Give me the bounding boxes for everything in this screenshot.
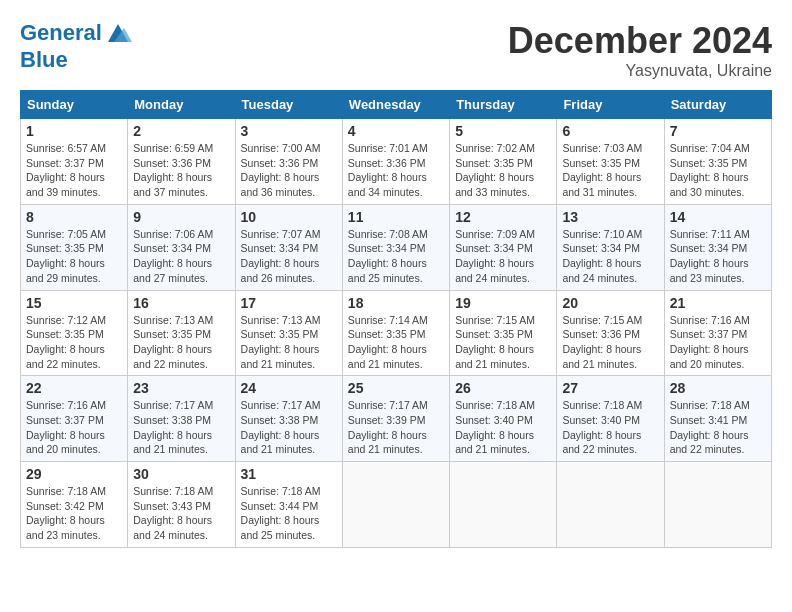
- day-detail: Sunrise: 7:04 AMSunset: 3:35 PMDaylight:…: [670, 141, 766, 200]
- day-number: 2: [133, 123, 229, 139]
- page-header: General Blue December 2024 Yasynuvata, U…: [20, 20, 772, 80]
- day-number: 26: [455, 380, 551, 396]
- day-number: 22: [26, 380, 122, 396]
- calendar-cell: 24Sunrise: 7:17 AMSunset: 3:38 PMDayligh…: [235, 376, 342, 462]
- calendar-cell: 31Sunrise: 7:18 AMSunset: 3:44 PMDayligh…: [235, 462, 342, 548]
- day-detail: Sunrise: 6:59 AMSunset: 3:36 PMDaylight:…: [133, 141, 229, 200]
- calendar-cell: [450, 462, 557, 548]
- day-detail: Sunrise: 7:18 AMSunset: 3:41 PMDaylight:…: [670, 398, 766, 457]
- day-detail: Sunrise: 7:05 AMSunset: 3:35 PMDaylight:…: [26, 227, 122, 286]
- day-number: 1: [26, 123, 122, 139]
- calendar-cell: 16Sunrise: 7:13 AMSunset: 3:35 PMDayligh…: [128, 290, 235, 376]
- weekday-header-wednesday: Wednesday: [342, 91, 449, 119]
- day-detail: Sunrise: 7:18 AMSunset: 3:40 PMDaylight:…: [562, 398, 658, 457]
- day-number: 20: [562, 295, 658, 311]
- calendar-cell: 25Sunrise: 7:17 AMSunset: 3:39 PMDayligh…: [342, 376, 449, 462]
- day-detail: Sunrise: 7:18 AMSunset: 3:42 PMDaylight:…: [26, 484, 122, 543]
- day-number: 25: [348, 380, 444, 396]
- calendar-cell: 6Sunrise: 7:03 AMSunset: 3:35 PMDaylight…: [557, 119, 664, 205]
- day-detail: Sunrise: 7:16 AMSunset: 3:37 PMDaylight:…: [26, 398, 122, 457]
- calendar-cell: 27Sunrise: 7:18 AMSunset: 3:40 PMDayligh…: [557, 376, 664, 462]
- calendar-cell: 18Sunrise: 7:14 AMSunset: 3:35 PMDayligh…: [342, 290, 449, 376]
- day-number: 13: [562, 209, 658, 225]
- day-detail: Sunrise: 7:15 AMSunset: 3:35 PMDaylight:…: [455, 313, 551, 372]
- month-title: December 2024: [508, 20, 772, 62]
- day-detail: Sunrise: 7:17 AMSunset: 3:38 PMDaylight:…: [133, 398, 229, 457]
- day-number: 8: [26, 209, 122, 225]
- calendar-cell: 13Sunrise: 7:10 AMSunset: 3:34 PMDayligh…: [557, 204, 664, 290]
- calendar-cell: 15Sunrise: 7:12 AMSunset: 3:35 PMDayligh…: [21, 290, 128, 376]
- weekday-header-friday: Friday: [557, 91, 664, 119]
- day-number: 27: [562, 380, 658, 396]
- day-number: 7: [670, 123, 766, 139]
- day-number: 19: [455, 295, 551, 311]
- day-detail: Sunrise: 7:09 AMSunset: 3:34 PMDaylight:…: [455, 227, 551, 286]
- day-detail: Sunrise: 7:18 AMSunset: 3:43 PMDaylight:…: [133, 484, 229, 543]
- day-number: 12: [455, 209, 551, 225]
- calendar-cell: 17Sunrise: 7:13 AMSunset: 3:35 PMDayligh…: [235, 290, 342, 376]
- calendar-cell: 10Sunrise: 7:07 AMSunset: 3:34 PMDayligh…: [235, 204, 342, 290]
- day-detail: Sunrise: 7:18 AMSunset: 3:44 PMDaylight:…: [241, 484, 337, 543]
- calendar-table: SundayMondayTuesdayWednesdayThursdayFrid…: [20, 90, 772, 548]
- day-number: 4: [348, 123, 444, 139]
- day-detail: Sunrise: 7:11 AMSunset: 3:34 PMDaylight:…: [670, 227, 766, 286]
- day-number: 28: [670, 380, 766, 396]
- day-number: 10: [241, 209, 337, 225]
- calendar-cell: 20Sunrise: 7:15 AMSunset: 3:36 PMDayligh…: [557, 290, 664, 376]
- day-detail: Sunrise: 7:16 AMSunset: 3:37 PMDaylight:…: [670, 313, 766, 372]
- day-detail: Sunrise: 7:17 AMSunset: 3:38 PMDaylight:…: [241, 398, 337, 457]
- calendar-cell: 30Sunrise: 7:18 AMSunset: 3:43 PMDayligh…: [128, 462, 235, 548]
- calendar-cell: [664, 462, 771, 548]
- day-number: 18: [348, 295, 444, 311]
- day-detail: Sunrise: 7:15 AMSunset: 3:36 PMDaylight:…: [562, 313, 658, 372]
- day-number: 30: [133, 466, 229, 482]
- weekday-header-sunday: Sunday: [21, 91, 128, 119]
- day-number: 5: [455, 123, 551, 139]
- location: Yasynuvata, Ukraine: [508, 62, 772, 80]
- day-number: 14: [670, 209, 766, 225]
- day-detail: Sunrise: 7:02 AMSunset: 3:35 PMDaylight:…: [455, 141, 551, 200]
- day-detail: Sunrise: 7:14 AMSunset: 3:35 PMDaylight:…: [348, 313, 444, 372]
- title-block: December 2024 Yasynuvata, Ukraine: [508, 20, 772, 80]
- calendar-cell: 19Sunrise: 7:15 AMSunset: 3:35 PMDayligh…: [450, 290, 557, 376]
- calendar-cell: 3Sunrise: 7:00 AMSunset: 3:36 PMDaylight…: [235, 119, 342, 205]
- day-detail: Sunrise: 7:10 AMSunset: 3:34 PMDaylight:…: [562, 227, 658, 286]
- calendar-cell: 7Sunrise: 7:04 AMSunset: 3:35 PMDaylight…: [664, 119, 771, 205]
- day-number: 17: [241, 295, 337, 311]
- day-detail: Sunrise: 7:13 AMSunset: 3:35 PMDaylight:…: [133, 313, 229, 372]
- day-detail: Sunrise: 7:13 AMSunset: 3:35 PMDaylight:…: [241, 313, 337, 372]
- calendar-cell: 14Sunrise: 7:11 AMSunset: 3:34 PMDayligh…: [664, 204, 771, 290]
- day-number: 9: [133, 209, 229, 225]
- day-detail: Sunrise: 7:08 AMSunset: 3:34 PMDaylight:…: [348, 227, 444, 286]
- day-detail: Sunrise: 7:17 AMSunset: 3:39 PMDaylight:…: [348, 398, 444, 457]
- day-detail: Sunrise: 7:18 AMSunset: 3:40 PMDaylight:…: [455, 398, 551, 457]
- weekday-header-saturday: Saturday: [664, 91, 771, 119]
- calendar-cell: 9Sunrise: 7:06 AMSunset: 3:34 PMDaylight…: [128, 204, 235, 290]
- day-number: 16: [133, 295, 229, 311]
- day-number: 6: [562, 123, 658, 139]
- calendar-cell: 5Sunrise: 7:02 AMSunset: 3:35 PMDaylight…: [450, 119, 557, 205]
- day-number: 23: [133, 380, 229, 396]
- weekday-header-tuesday: Tuesday: [235, 91, 342, 119]
- calendar-cell: 22Sunrise: 7:16 AMSunset: 3:37 PMDayligh…: [21, 376, 128, 462]
- day-detail: Sunrise: 7:03 AMSunset: 3:35 PMDaylight:…: [562, 141, 658, 200]
- calendar-cell: 11Sunrise: 7:08 AMSunset: 3:34 PMDayligh…: [342, 204, 449, 290]
- calendar-cell: [557, 462, 664, 548]
- weekday-header-thursday: Thursday: [450, 91, 557, 119]
- weekday-header-monday: Monday: [128, 91, 235, 119]
- calendar-cell: 12Sunrise: 7:09 AMSunset: 3:34 PMDayligh…: [450, 204, 557, 290]
- day-detail: Sunrise: 6:57 AMSunset: 3:37 PMDaylight:…: [26, 141, 122, 200]
- day-number: 24: [241, 380, 337, 396]
- calendar-cell: 21Sunrise: 7:16 AMSunset: 3:37 PMDayligh…: [664, 290, 771, 376]
- day-detail: Sunrise: 7:01 AMSunset: 3:36 PMDaylight:…: [348, 141, 444, 200]
- day-detail: Sunrise: 7:12 AMSunset: 3:35 PMDaylight:…: [26, 313, 122, 372]
- logo-text: General Blue: [20, 20, 132, 72]
- calendar-cell: 1Sunrise: 6:57 AMSunset: 3:37 PMDaylight…: [21, 119, 128, 205]
- day-detail: Sunrise: 7:06 AMSunset: 3:34 PMDaylight:…: [133, 227, 229, 286]
- day-number: 29: [26, 466, 122, 482]
- calendar-cell: 26Sunrise: 7:18 AMSunset: 3:40 PMDayligh…: [450, 376, 557, 462]
- logo: General Blue: [20, 20, 132, 72]
- calendar-cell: 8Sunrise: 7:05 AMSunset: 3:35 PMDaylight…: [21, 204, 128, 290]
- day-number: 3: [241, 123, 337, 139]
- calendar-cell: 23Sunrise: 7:17 AMSunset: 3:38 PMDayligh…: [128, 376, 235, 462]
